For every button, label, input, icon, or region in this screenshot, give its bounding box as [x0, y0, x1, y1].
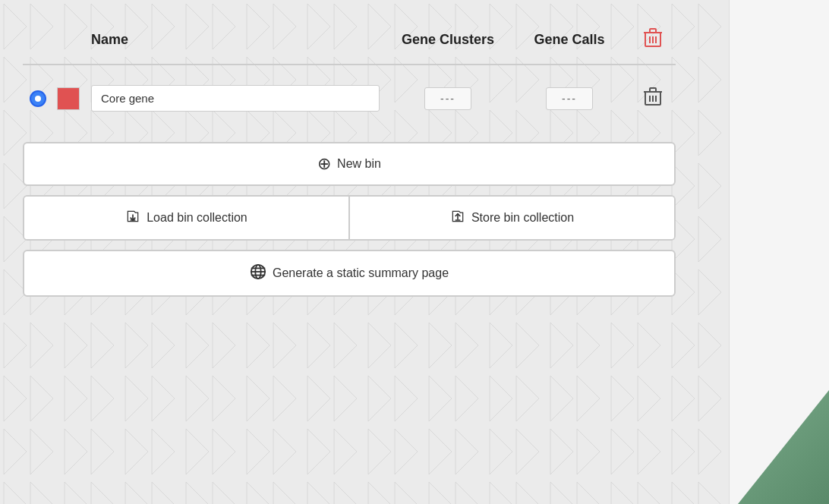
store-bin-collection-button[interactable]: Store bin collection: [350, 197, 674, 239]
color-picker-swatch[interactable]: [57, 87, 80, 110]
green-corner-decoration: [738, 390, 829, 504]
globe-icon: [250, 263, 266, 283]
action-buttons-area: ⊕ New bin Load bin collection: [23, 142, 676, 297]
header-delete-col: [630, 27, 676, 52]
new-bin-plus-icon: ⊕: [317, 156, 331, 172]
new-bin-button[interactable]: ⊕ New bin: [23, 142, 676, 186]
row-name-field[interactable]: [84, 85, 387, 112]
load-icon: [125, 209, 140, 227]
generate-summary-button[interactable]: Generate a static summary page: [23, 250, 676, 297]
side-panel: [729, 0, 829, 504]
new-bin-label: New bin: [337, 157, 381, 171]
generate-summary-label: Generate a static summary page: [273, 266, 449, 280]
header-gene-clusters: Gene Clusters: [387, 32, 509, 48]
svg-rect-6: [650, 29, 656, 33]
gene-calls-button[interactable]: ---: [546, 87, 593, 110]
store-icon: [450, 209, 465, 227]
svg-rect-12: [650, 88, 656, 92]
bin-collection-row: Load bin collection Store bin collection: [23, 195, 676, 241]
bin-name-input[interactable]: [91, 85, 380, 112]
radio-inner: [35, 96, 41, 102]
row-delete-icon[interactable]: [644, 87, 662, 110]
table-header: Name Gene Clusters Gene Calls: [23, 15, 676, 65]
delete-all-icon[interactable]: [643, 27, 663, 52]
main-content: Name Gene Clusters Gene Calls: [0, 0, 698, 312]
row-gene-calls: ---: [509, 87, 630, 110]
load-bin-collection-button[interactable]: Load bin collection: [24, 197, 350, 239]
gene-clusters-button[interactable]: ---: [424, 87, 471, 110]
header-gene-calls: Gene Calls: [509, 32, 630, 48]
load-bin-collection-label: Load bin collection: [147, 211, 247, 225]
row-delete[interactable]: [630, 87, 676, 110]
row-radio[interactable]: [23, 90, 53, 107]
store-bin-collection-label: Store bin collection: [471, 211, 574, 225]
radio-button[interactable]: [30, 90, 46, 107]
table-row: --- ---: [23, 77, 676, 119]
header-name: Name: [84, 32, 387, 48]
row-gene-clusters: ---: [387, 87, 509, 110]
row-color-swatch[interactable]: [53, 87, 84, 110]
